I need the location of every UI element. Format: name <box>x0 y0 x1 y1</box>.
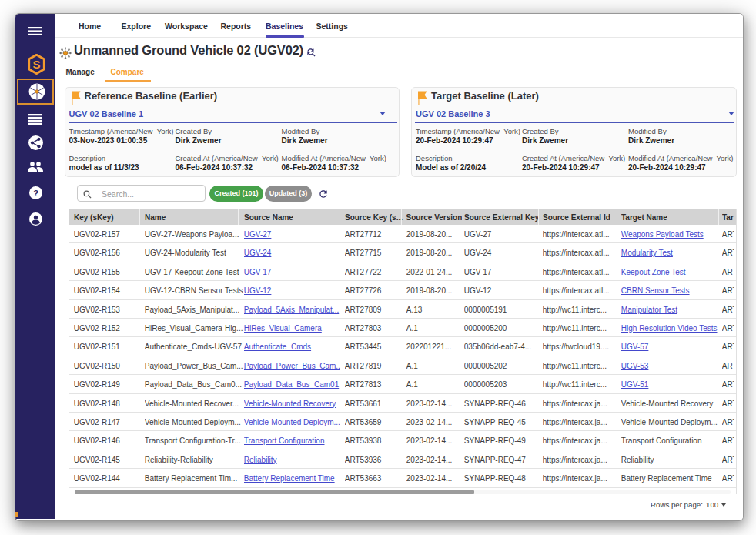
svg-text:S: S <box>32 58 40 71</box>
svg-text:?: ? <box>33 189 38 198</box>
